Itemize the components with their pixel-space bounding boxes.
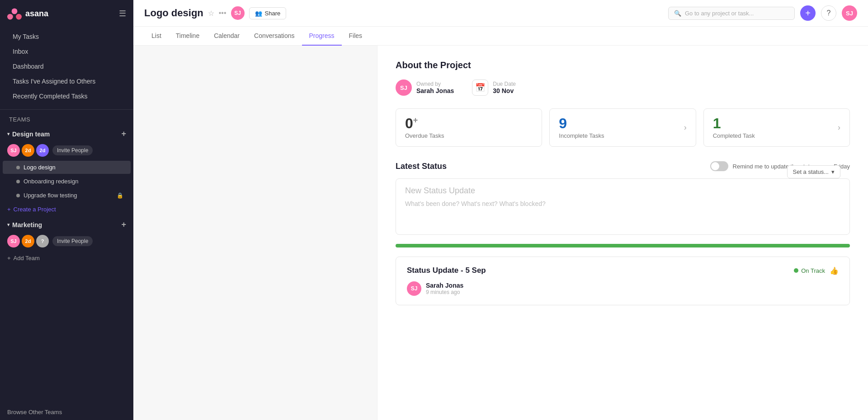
set-status-label: Set a status... [793,168,829,175]
design-team-name: Design team [12,131,50,138]
main-content: Logo design ☆ ••• SJ 👥 Share 🔍 Go to any… [133,0,868,420]
marketing-team-invite-button[interactable]: Invite People [52,236,93,246]
design-team-invite-button[interactable]: Invite People [52,145,93,155]
user-avatar[interactable]: SJ [842,5,857,21]
topbar: Logo design ☆ ••• SJ 👥 Share 🔍 Go to any… [133,0,868,27]
share-icon: 👥 [255,10,262,17]
project-label-onboarding: Onboarding redesign [24,178,78,185]
avatar[interactable]: SJ [7,235,20,247]
owner-info: Owned by Sarah Jonas [416,81,454,94]
stat-incomplete-content: 9 Incomplete Tasks [559,116,604,139]
tab-calendar[interactable]: Calendar [207,27,247,46]
project-item-upgrade[interactable]: Upgrade flow testing 🔒 [3,189,131,202]
teams-section-header: Teams [0,113,133,126]
search-icon: 🔍 [674,10,681,17]
stat-card-incomplete[interactable]: 9 Incomplete Tasks › [549,108,696,147]
tab-list[interactable]: List [144,27,169,46]
stat-overdue-content: 0+ Overdue Tasks [405,116,444,139]
topbar-right: 🔍 Go to any project or task... + ? SJ [668,5,857,21]
project-item-upgrade-left: Upgrade flow testing [16,192,77,199]
tab-timeline[interactable]: Timeline [169,27,207,46]
sidebar: asana ☰ My Tasks Inbox Dashboard Tasks I… [0,0,133,420]
avatar[interactable]: 2d [22,235,34,247]
on-track-dot [794,268,798,273]
avatar[interactable]: 2d [22,144,34,157]
remind-toggle[interactable] [710,161,728,171]
teams-label: Teams [9,116,30,123]
share-button[interactable]: 👥 Share [249,7,287,19]
star-icon[interactable]: ☆ [208,9,214,18]
marketing-team-header[interactable]: ▾ Marketing + [0,216,133,233]
avatar[interactable]: ? [36,235,49,247]
create-project-label: Create a Project [14,206,56,213]
tab-files[interactable]: Files [342,27,370,46]
status-input-title: New Status Update [405,186,546,196]
add-button[interactable]: + [800,5,816,21]
svg-point-1 [7,14,13,20]
marketing-team-add-icon[interactable]: + [121,220,126,229]
design-team-add-icon[interactable]: + [121,129,126,139]
tab-conversations[interactable]: Conversations [247,27,302,46]
stats-row: 0+ Overdue Tasks 9 Incomplete Tasks › 1 [396,108,850,147]
sidebar-item-my-tasks[interactable]: My Tasks [4,29,130,44]
avatar[interactable]: SJ [231,6,245,20]
sidebar-item-inbox[interactable]: Inbox [4,44,130,59]
stat-arrow-icon: › [684,123,687,132]
owner-meta-item: SJ Owned by Sarah Jonas [396,79,454,96]
browse-other-teams[interactable]: Browse Other Teams [0,404,133,420]
status-input-box[interactable]: New Status Update What's been done? What… [396,178,850,235]
plus-icon: + [7,255,11,261]
asana-logo[interactable]: asana [7,6,48,21]
owner-name: Sarah Jonas [416,87,454,94]
project-meta: SJ Owned by Sarah Jonas 📅 Due Date 30 No… [396,79,850,96]
sidebar-item-dashboard[interactable]: Dashboard [4,59,130,74]
logo-text: asana [25,9,48,19]
status-input-body[interactable]: What's been done? What's next? What's bl… [405,200,546,227]
content-area: About the Project SJ Owned by Sarah Jona… [133,46,868,420]
completed-label: Completed Task [713,132,755,139]
owner-avatar[interactable]: SJ [396,79,412,96]
marketing-team-name: Marketing [12,221,42,229]
completed-number: 1 [713,116,755,131]
tab-progress[interactable]: Progress [302,27,342,46]
add-team-button[interactable]: + Add Team [0,251,133,265]
stat-card-completed[interactable]: 1 Completed Task › [703,108,850,147]
incomplete-number: 9 [559,116,604,131]
status-update-right: On Track 👍 [794,266,839,275]
status-update-header: Status Update - 5 Sep On Track 👍 [407,266,839,275]
page-title: Logo design [144,7,203,19]
design-team-header[interactable]: ▾ Design team + [0,126,133,142]
avatar[interactable]: 2d [36,144,49,157]
due-date-meta-item: 📅 Due Date 30 Nov [472,79,516,96]
topbar-left: Logo design ☆ ••• SJ 👥 Share [144,6,286,20]
design-team-header-left: ▾ Design team [7,131,50,138]
sidebar-header: asana ☰ [0,0,133,27]
overdue-number: 0+ [405,116,444,131]
more-options-icon[interactable]: ••• [219,9,226,17]
create-project-button[interactable]: + Create a Project [0,202,133,216]
avatar[interactable]: SJ [7,144,20,157]
project-dot-icon [16,166,20,169]
set-status-dropdown[interactable]: Set a status... ▾ [787,165,841,178]
project-item-onboarding[interactable]: Onboarding redesign [3,175,131,188]
project-item-onboarding-left: Onboarding redesign [16,178,78,185]
stat-arrow-icon: › [838,123,840,132]
help-button[interactable]: ? [821,5,836,21]
sidebar-toggle-icon[interactable]: ☰ [119,9,126,19]
stat-card-overdue[interactable]: 0+ Overdue Tasks [396,108,542,147]
lock-icon: 🔒 [117,192,123,199]
search-placeholder-text: Go to any project or task... [685,10,754,17]
thumbs-up-icon[interactable]: 👍 [830,266,839,275]
author-avatar[interactable]: SJ [407,281,421,296]
latest-status-title: Latest Status [396,162,447,171]
search-bar[interactable]: 🔍 Go to any project or task... [668,7,795,20]
chevron-down-icon: ▾ [7,131,9,136]
project-item-logo-design-left: Logo design [16,164,56,171]
sidebar-item-recently-completed[interactable]: Recently Completed Tasks [4,89,130,103]
incomplete-label: Incomplete Tasks [559,132,604,139]
sidebar-item-tasks-assigned[interactable]: Tasks I've Assigned to Others [4,74,130,89]
due-date-value: 30 Nov [493,87,516,94]
project-item-logo-design[interactable]: Logo design ••• [3,161,131,174]
calendar-icon: 📅 [472,79,488,96]
chevron-down-icon: ▾ [7,222,9,227]
